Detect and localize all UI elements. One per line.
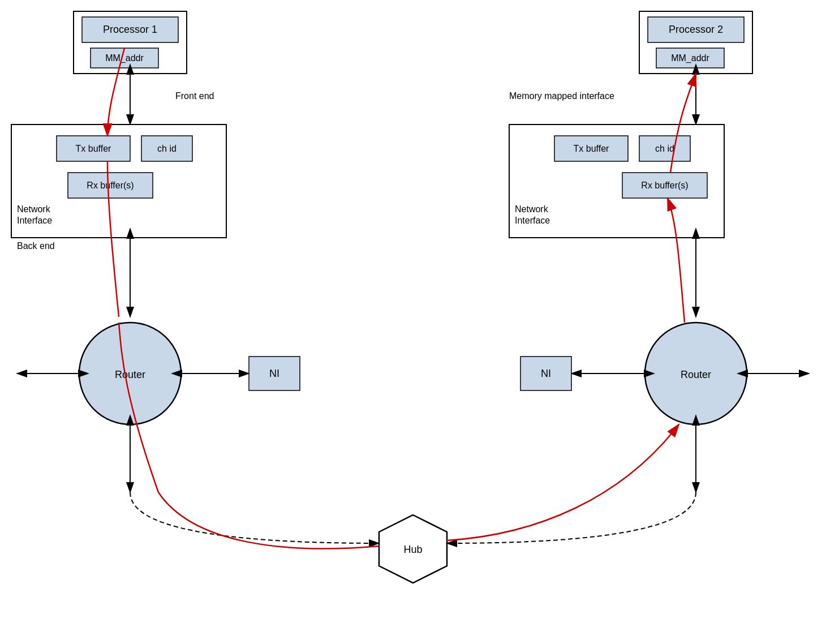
ni2-label-line1: Network: [515, 204, 549, 214]
front-end-label: Front end: [175, 91, 214, 101]
back-end-label: Back end: [17, 241, 55, 251]
ni1-rxbuffer-label: Rx buffer(s): [87, 181, 134, 190]
ni1-standalone-label: NI: [269, 368, 279, 379]
ni1-chid-label: ch id: [157, 144, 177, 153]
processor1-mmaddr-label: MM_addr: [105, 53, 144, 63]
router1-label: Router: [115, 369, 145, 380]
processor1-label: Processor 1: [103, 24, 157, 35]
processor2-label: Processor 2: [669, 24, 723, 35]
ni1-label-line2: Interface: [17, 216, 52, 225]
ni2-standalone-label: NI: [541, 368, 551, 379]
ni2-chid-label: ch id: [655, 144, 674, 153]
router1-hub-dashed: [130, 492, 379, 543]
hub-label: Hub: [403, 544, 422, 555]
ni1-txbuffer-label: Tx buffer: [76, 144, 112, 153]
ni2-label-line2: Interface: [515, 216, 550, 225]
ni2-txbuffer-label: Tx buffer: [574, 144, 610, 153]
ni1-label-line1: Network: [17, 204, 51, 214]
ni2-rxbuffer-label: Rx buffer(s): [641, 181, 688, 190]
red-path-hub-to-router2: [447, 424, 679, 540]
router2-label: Router: [681, 369, 711, 380]
processor2-mmaddr-label: MM_addr: [671, 53, 709, 63]
memory-mapped-label: Memory mapped interface: [509, 91, 614, 101]
